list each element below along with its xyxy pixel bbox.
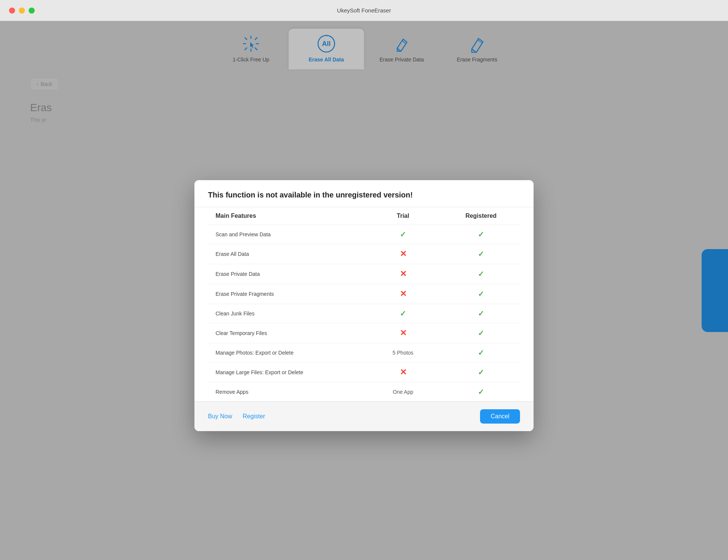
check-icon: ✓ [478, 388, 484, 396]
feature-cell: Manage Large Files: Export or Delete [208, 362, 364, 382]
table-row: Remove AppsOne App✓ [208, 382, 520, 401]
registered-cell: ✓ [442, 362, 520, 382]
registered-cell: ✓ [442, 225, 520, 244]
modal-header: This function is not available in the un… [194, 180, 534, 207]
trial-cell: ✕ [364, 284, 442, 304]
check-icon: ✓ [478, 349, 484, 357]
footer-links: Buy Now Register [208, 413, 265, 420]
window-title: UkeySoft FoneEraser [337, 7, 391, 14]
feature-cell: Manage Photos: Export or Delete [208, 343, 364, 362]
registered-cell: ✓ [442, 244, 520, 264]
app-content: 1-Click Free Up All Erase All Data [0, 21, 728, 560]
feature-cell: Erase All Data [208, 244, 364, 264]
registered-cell: ✓ [442, 323, 520, 343]
maximize-button[interactable] [29, 8, 35, 14]
registered-cell: ✓ [442, 284, 520, 304]
table-row: Clean Junk Files✓✓ [208, 304, 520, 323]
feature-cell: Clear Temporary Files [208, 323, 364, 343]
cross-icon: ✕ [400, 328, 407, 338]
upgrade-modal: This function is not available in the un… [194, 180, 534, 431]
close-button[interactable] [9, 8, 15, 14]
col-header-registered: Registered [442, 207, 520, 225]
trial-cell: 5 Photos [364, 343, 442, 362]
trial-cell: ✕ [364, 362, 442, 382]
check-icon: ✓ [478, 309, 484, 318]
registered-cell: ✓ [442, 264, 520, 284]
window-controls [9, 8, 35, 14]
table-row: Clear Temporary Files✕✓ [208, 323, 520, 343]
trial-cell: One App [364, 382, 442, 401]
col-header-trial: Trial [364, 207, 442, 225]
modal-footer: Buy Now Register Cancel [194, 401, 534, 431]
feature-cell: Erase Private Data [208, 264, 364, 284]
col-header-feature: Main Features [208, 207, 364, 225]
check-icon: ✓ [478, 270, 484, 278]
check-icon: ✓ [478, 329, 484, 337]
table-header-row: Main Features Trial Registered [208, 207, 520, 225]
feature-table-wrapper: Main Features Trial Registered Scan and … [194, 207, 534, 401]
feature-cell: Scan and Preview Data [208, 225, 364, 244]
title-bar: UkeySoft FoneEraser [0, 0, 728, 21]
feature-cell: Remove Apps [208, 382, 364, 401]
table-row: Erase Private Fragments✕✓ [208, 284, 520, 304]
table-row: Erase All Data✕✓ [208, 244, 520, 264]
check-icon: ✓ [478, 290, 484, 298]
cross-icon: ✕ [400, 289, 407, 298]
cross-icon: ✕ [400, 249, 407, 259]
trial-text: 5 Photos [393, 350, 413, 356]
table-row: Erase Private Data✕✓ [208, 264, 520, 284]
trial-cell: ✓ [364, 304, 442, 323]
feature-table: Main Features Trial Registered Scan and … [208, 207, 520, 401]
feature-cell: Erase Private Fragments [208, 284, 364, 304]
buy-now-link[interactable]: Buy Now [208, 413, 232, 420]
trial-text: One App [393, 389, 413, 395]
trial-cell: ✓ [364, 225, 442, 244]
trial-cell: ✕ [364, 323, 442, 343]
registered-cell: ✓ [442, 382, 520, 401]
check-icon: ✓ [478, 230, 484, 239]
modal-title: This function is not available in the un… [208, 191, 520, 199]
table-row: Scan and Preview Data✓✓ [208, 225, 520, 244]
table-row: Manage Photos: Export or Delete5 Photos✓ [208, 343, 520, 362]
cancel-button[interactable]: Cancel [480, 409, 520, 424]
trial-cell: ✕ [364, 244, 442, 264]
registered-cell: ✓ [442, 343, 520, 362]
check-icon: ✓ [400, 230, 406, 239]
cross-icon: ✕ [400, 269, 407, 278]
check-icon: ✓ [478, 250, 484, 258]
register-link[interactable]: Register [243, 413, 265, 420]
trial-cell: ✕ [364, 264, 442, 284]
table-row: Manage Large Files: Export or Delete✕✓ [208, 362, 520, 382]
minimize-button[interactable] [19, 8, 25, 14]
check-icon: ✓ [400, 309, 406, 318]
registered-cell: ✓ [442, 304, 520, 323]
cross-icon: ✕ [400, 367, 407, 377]
feature-cell: Clean Junk Files [208, 304, 364, 323]
check-icon: ✓ [478, 368, 484, 376]
